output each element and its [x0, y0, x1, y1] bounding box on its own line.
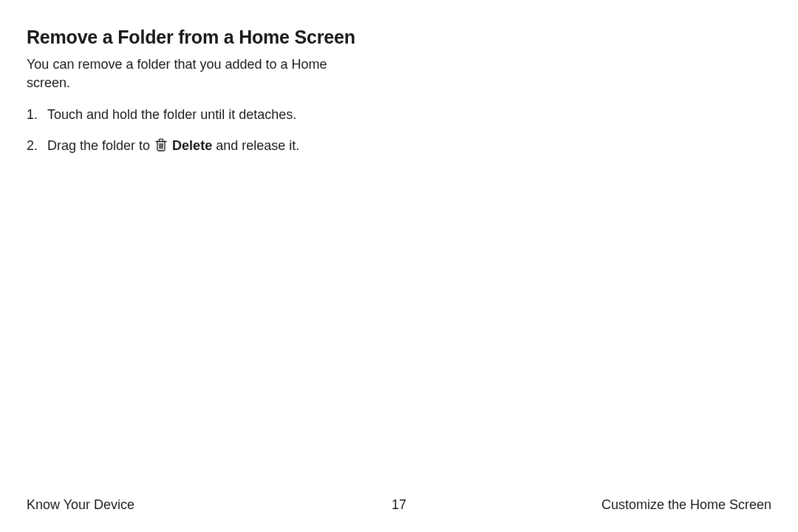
step-text-bold: Delete	[172, 138, 212, 153]
page-content: Remove a Folder from a Home Screen You c…	[0, 0, 798, 157]
step-item: Drag the folder to Delete and release it…	[27, 137, 771, 157]
step-text-post: and release it.	[212, 138, 299, 153]
intro-paragraph: You can remove a folder that you added t…	[27, 55, 330, 92]
footer-left: Know Your Device	[27, 497, 134, 513]
step-item: Touch and hold the folder until it detac…	[27, 106, 771, 124]
step-text-pre: Drag the folder to	[47, 138, 154, 153]
trash-icon	[155, 138, 167, 157]
footer-right: Customize the Home Screen	[601, 497, 771, 513]
steps-list: Touch and hold the folder until it detac…	[27, 106, 771, 156]
page-number: 17	[392, 497, 406, 513]
step-text: Touch and hold the folder until it detac…	[47, 107, 296, 122]
page-footer: Know Your Device 17 Customize the Home S…	[0, 497, 798, 513]
section-heading: Remove a Folder from a Home Screen	[27, 27, 771, 48]
